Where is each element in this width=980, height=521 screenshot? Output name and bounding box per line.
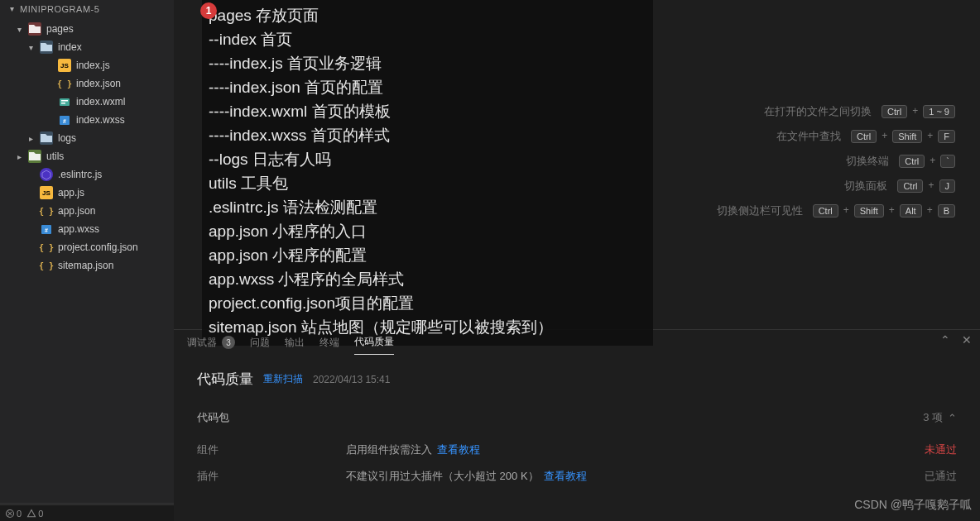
folder-pages[interactable]: ▾pages bbox=[0, 20, 174, 38]
keycap: Shift bbox=[854, 204, 884, 217]
svg-marker-5 bbox=[42, 170, 50, 179]
keycap: F bbox=[938, 130, 955, 143]
file-label: sitemap.json bbox=[58, 260, 113, 271]
tab-badge: 3 bbox=[222, 336, 235, 349]
overlay-line: --logs 日志有人吗 bbox=[209, 147, 648, 171]
svg-rect-0 bbox=[60, 98, 70, 106]
file-index-js[interactable]: JSindex.js bbox=[0, 56, 174, 74]
keycap: Shift bbox=[892, 130, 922, 143]
welcome-hints: 在打开的文件之间切换Ctrl+1 ~ 9在文件中查找Ctrl+Shift+F切换… bbox=[649, 99, 955, 223]
cq-row-label: 插件 bbox=[197, 469, 346, 484]
tab-terminal[interactable]: 终端 bbox=[319, 330, 339, 355]
file-index-json[interactable]: { }index.json bbox=[0, 74, 174, 93]
annotation-overlay: pages 存放页面--index 首页----index.js 首页业务逻辑-… bbox=[202, 0, 653, 346]
file-label: pages bbox=[46, 23, 74, 35]
code-quality-panel: 代码质量 重新扫描 2022/04/13 15:41 代码包 3 项 ⌃ 组件启… bbox=[174, 355, 980, 496]
chevron-right-icon: ▸ bbox=[15, 152, 23, 161]
cq-row-desc: 不建议引用过大插件（大小超过 200 K）查看教程 bbox=[346, 469, 925, 484]
rescan-link[interactable]: 重新扫描 bbox=[263, 372, 303, 386]
overlay-line: ----index.wxss 首页的样式 bbox=[209, 123, 648, 147]
tab-label: 问题 bbox=[250, 336, 270, 350]
keycap: ` bbox=[940, 155, 955, 168]
keycap: Ctrl bbox=[851, 130, 877, 143]
chevron-down-icon: ▾ bbox=[15, 25, 23, 34]
chevron-down-icon: ▾ bbox=[26, 43, 35, 52]
file-index-wxss[interactable]: #index.wxss bbox=[0, 111, 174, 129]
warning-icon[interactable]: 0 bbox=[26, 509, 43, 519]
hint-row: 切换侧边栏可见性Ctrl+Shift+Alt+B bbox=[649, 198, 955, 223]
panel-close-icon[interactable]: ✕ bbox=[962, 333, 972, 347]
panel-collapse-icon[interactable]: ⌃ bbox=[940, 333, 950, 347]
code-quality-title-row: 代码质量 重新扫描 2022/04/13 15:41 bbox=[197, 370, 957, 389]
file-label: index.wxss bbox=[76, 114, 125, 126]
file-label: .eslintrc.js bbox=[58, 169, 102, 180]
tab-problems[interactable]: 问题 bbox=[250, 330, 270, 355]
watermark: CSDN @鸭子嘎鹅子呱 bbox=[854, 498, 972, 513]
folder-logs[interactable]: ▸logs bbox=[0, 129, 174, 147]
scan-timestamp: 2022/04/13 15:41 bbox=[313, 374, 390, 385]
tutorial-link[interactable]: 查看教程 bbox=[437, 443, 480, 456]
overlay-line: app.json 小程序的配置 bbox=[209, 243, 648, 267]
keycap: J bbox=[939, 179, 956, 193]
file-index-wxml[interactable]: index.wxml bbox=[0, 93, 174, 111]
file-label: index.js bbox=[76, 60, 110, 71]
section-title: 代码包 bbox=[197, 410, 229, 425]
hint-row: 在打开的文件之间切换Ctrl+1 ~ 9 bbox=[649, 99, 955, 124]
keycap: Ctrl bbox=[897, 179, 923, 193]
chevron-up-icon: ⌃ bbox=[948, 412, 957, 424]
code-quality-rows: 组件启用组件按需注入查看教程未通过插件不建议引用过大插件（大小超过 200 K）… bbox=[197, 437, 957, 490]
overlay-line: --index 首页 bbox=[209, 27, 648, 51]
code-package-section-header[interactable]: 代码包 3 项 ⌃ bbox=[197, 410, 957, 425]
file-eslintrc[interactable]: .eslintrc.js bbox=[0, 165, 174, 184]
tab-label: 终端 bbox=[319, 336, 339, 350]
file-label: app.js bbox=[58, 187, 84, 198]
tab-label: 调试器 bbox=[187, 336, 217, 350]
annotation-badge: 1 bbox=[200, 2, 217, 19]
folder-index[interactable]: ▾index bbox=[0, 38, 174, 56]
hint-label: 在文件中查找 bbox=[776, 129, 841, 144]
tab-label: 输出 bbox=[285, 336, 305, 350]
file-sitemap[interactable]: { }sitemap.json bbox=[0, 256, 174, 275]
chevron-right-icon: ▸ bbox=[26, 134, 35, 143]
tab-label: 代码质量 bbox=[354, 335, 394, 349]
overlay-line: .eslintrc.js 语法检测配置 bbox=[209, 195, 648, 219]
error-icon[interactable]: 0 bbox=[5, 509, 22, 519]
file-app-wxss[interactable]: #app.wxss bbox=[0, 220, 174, 238]
file-label: logs bbox=[58, 132, 76, 144]
folder-utils[interactable]: ▸utils bbox=[0, 147, 174, 165]
svg-rect-2 bbox=[61, 103, 65, 104]
hint-label: 切换侧边栏可见性 bbox=[717, 203, 803, 218]
editor-area: 1 pages 存放页面--index 首页----index.js 首页业务逻… bbox=[174, 0, 980, 329]
file-label: utils bbox=[46, 151, 64, 162]
overlay-line: pages 存放页面 bbox=[209, 3, 648, 27]
file-project-config[interactable]: { }project.config.json bbox=[0, 238, 174, 256]
main-area: 1 pages 存放页面--index 首页----index.js 首页业务逻… bbox=[174, 0, 980, 521]
cq-row-status: 已通过 bbox=[925, 469, 957, 484]
keycap: Ctrl bbox=[882, 105, 907, 118]
overlay-line: utils 工具包 bbox=[209, 171, 648, 195]
file-app-json[interactable]: { }app.json bbox=[0, 202, 174, 220]
file-label: index.json bbox=[76, 78, 121, 89]
panel-controls: ⌃ ✕ bbox=[940, 333, 972, 347]
hint-row: 切换终端Ctrl+` bbox=[649, 149, 955, 174]
tutorial-link[interactable]: 查看教程 bbox=[544, 470, 587, 482]
hint-label: 切换终端 bbox=[846, 154, 889, 169]
keycap: B bbox=[938, 204, 955, 217]
keycap: 1 ~ 9 bbox=[923, 105, 955, 118]
file-app-js[interactable]: JSapp.js bbox=[0, 184, 174, 202]
hint-label: 在打开的文件之间切换 bbox=[764, 104, 872, 119]
status-bar: 0 0 bbox=[0, 504, 174, 521]
overlay-line: project.config.json项目的配置 bbox=[209, 291, 648, 315]
file-label: project.config.json bbox=[58, 241, 138, 253]
overlay-line: app.json 小程序的入口 bbox=[209, 219, 648, 243]
code-quality-row: 组件启用组件按需注入查看教程未通过 bbox=[197, 437, 957, 463]
svg-text:#: # bbox=[63, 118, 66, 124]
explorer-title-row[interactable]: ▾ MINIPROGRAM-5 bbox=[0, 0, 174, 18]
cq-row-desc: 启用组件按需注入查看教程 bbox=[346, 442, 925, 457]
file-label: index bbox=[58, 41, 82, 53]
code-quality-title: 代码质量 bbox=[197, 370, 253, 389]
tab-code-quality[interactable]: 代码质量 bbox=[354, 330, 394, 355]
tab-output[interactable]: 输出 bbox=[285, 330, 305, 355]
hint-row: 切换面板Ctrl+J bbox=[649, 174, 955, 198]
tab-debugger[interactable]: 调试器3 bbox=[187, 330, 235, 355]
